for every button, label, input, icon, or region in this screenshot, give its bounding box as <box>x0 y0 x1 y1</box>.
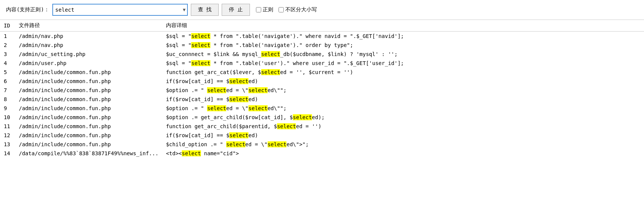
search-label: 内容(支持正则)： <box>6 6 49 13</box>
highlight-match: select <box>248 87 268 93</box>
highlight-match: select <box>229 96 248 102</box>
results-table: ID 文件路径 内容详细 1/admin/nav.php$sql = "sele… <box>0 20 644 158</box>
cell-path: /admin/include/common.fun.php <box>15 77 162 86</box>
cell-path: /admin/include/common.fun.php <box>15 140 162 149</box>
highlight-match: select <box>229 78 248 84</box>
cell-id: 12 <box>0 131 15 140</box>
cell-id: 5 <box>0 68 15 77</box>
options-group: 正则 不区分大小写 <box>256 6 317 13</box>
cell-content: if($row[cat_id] == $selected) <box>162 131 644 140</box>
table-header-row: ID 文件路径 内容详细 <box>0 20 644 32</box>
search-input[interactable] <box>52 4 188 16</box>
case-checkbox[interactable] <box>279 7 284 12</box>
cell-id: 7 <box>0 86 15 95</box>
cell-id: 3 <box>0 50 15 59</box>
table-row: 9/admin/include/common.fun.php$option .=… <box>0 104 644 113</box>
cell-id: 1 <box>0 32 15 41</box>
highlight-match: select <box>248 105 268 111</box>
cell-id: 14 <box>0 149 15 158</box>
highlight-match: select <box>229 132 248 138</box>
table-row: 11/admin/include/common.fun.phpfunction … <box>0 122 644 131</box>
col-header-content: 内容详细 <box>162 20 644 32</box>
cell-content: $option .= " selected = \"selected\""; <box>162 104 644 113</box>
cell-path: /admin/include/common.fun.php <box>15 113 162 122</box>
cell-id: 2 <box>0 41 15 50</box>
cell-path: /admin/include/common.fun.php <box>15 122 162 131</box>
highlight-match: select <box>226 141 245 147</box>
cell-content: <td><select name="cid"> <box>162 149 644 158</box>
cell-id: 9 <box>0 104 15 113</box>
cell-path: /admin/include/common.fun.php <box>15 104 162 113</box>
cell-content: $uc_connnect = $link && mysql_select_db(… <box>162 50 644 59</box>
cell-id: 13 <box>0 140 15 149</box>
highlight-match: select <box>182 150 201 156</box>
table-row: 7/admin/include/common.fun.php$option .=… <box>0 86 644 95</box>
table-row: 10/admin/include/common.fun.php$option .… <box>0 113 644 122</box>
cell-path: /admin/user.php <box>15 59 162 68</box>
table-row: 6/admin/include/common.fun.phpif($row[ca… <box>0 77 644 86</box>
case-checkbox-item[interactable]: 不区分大小写 <box>279 6 317 13</box>
cell-path: /admin/nav.php <box>15 32 162 41</box>
table-row: 14/data/compile/%%83`838`83871F49%%news_… <box>0 149 644 158</box>
highlight-match: select <box>261 51 280 57</box>
dropdown-arrow-icon[interactable]: ▼ <box>183 7 186 12</box>
cell-path: /data/compile/%%83`838`83871F49%%news_in… <box>15 149 162 158</box>
cell-id: 4 <box>0 59 15 68</box>
regex-label: 正则 <box>263 6 273 13</box>
cell-content: if($row[cat_id] == $selected) <box>162 95 644 104</box>
table-row: 1/admin/nav.php$sql = "select * from ".t… <box>0 32 644 41</box>
table-row: 3/admin/uc_setting.php$uc_connnect = $li… <box>0 50 644 59</box>
search-input-wrapper: ▼ <box>52 4 188 16</box>
table-row: 2/admin/nav.php$sql = "select * from ".t… <box>0 41 644 50</box>
highlight-match: select <box>191 60 210 66</box>
cell-content: $option .= get_arc_child($row[cat_id], $… <box>162 113 644 122</box>
toolbar: 内容(支持正则)： ▼ 查 找 停 止 正则 不区分大小写 <box>0 0 644 20</box>
case-label: 不区分大小写 <box>285 6 317 13</box>
table-row: 12/admin/include/common.fun.phpif($row[c… <box>0 131 644 140</box>
cell-id: 8 <box>0 95 15 104</box>
cell-path: /admin/nav.php <box>15 41 162 50</box>
highlight-match: select <box>261 69 280 75</box>
cell-content: if($row[cat_id] == $selected) <box>162 77 644 86</box>
stop-button[interactable]: 停 止 <box>222 4 250 16</box>
results-table-container: ID 文件路径 内容详细 1/admin/nav.php$sql = "sele… <box>0 20 644 212</box>
highlight-match: select <box>191 42 210 48</box>
table-row: 8/admin/include/common.fun.phpif($row[ca… <box>0 95 644 104</box>
highlight-match: select <box>191 33 210 39</box>
highlight-match: select <box>207 87 226 93</box>
regex-checkbox-item[interactable]: 正则 <box>256 6 273 13</box>
cell-id: 11 <box>0 122 15 131</box>
cell-content: $sql = "select * from ".table('navigate'… <box>162 32 644 41</box>
cell-path: /admin/uc_setting.php <box>15 50 162 59</box>
cell-id: 10 <box>0 113 15 122</box>
col-header-path: 文件路径 <box>15 20 162 32</box>
regex-checkbox[interactable] <box>256 7 261 12</box>
cell-path: /admin/include/common.fun.php <box>15 95 162 104</box>
highlight-match: select <box>268 141 287 147</box>
cell-content: $option .= " selected = \"selected\""; <box>162 86 644 95</box>
cell-path: /admin/include/common.fun.php <box>15 86 162 95</box>
table-row: 4/admin/user.php$sql = "select * from ".… <box>0 59 644 68</box>
cell-path: /admin/include/common.fun.php <box>15 68 162 77</box>
cell-content: $sql = "select * from ".table('user')." … <box>162 59 644 68</box>
find-button[interactable]: 查 找 <box>191 4 219 16</box>
col-header-id: ID <box>0 20 15 32</box>
cell-content: function get_arc_child($parentid, $selec… <box>162 122 644 131</box>
highlight-match: select <box>207 105 226 111</box>
cell-content: $child_option .= " selected = \"selected… <box>162 140 644 149</box>
cell-path: /admin/include/common.fun.php <box>15 131 162 140</box>
highlight-match: select <box>277 123 296 129</box>
cell-id: 6 <box>0 77 15 86</box>
highlight-match: select <box>293 114 312 120</box>
cell-content: function get_arc_cat($lever, $selected =… <box>162 68 644 77</box>
table-row: 5/admin/include/common.fun.phpfunction g… <box>0 68 644 77</box>
table-row: 13/admin/include/common.fun.php$child_op… <box>0 140 644 149</box>
cell-content: $sql = "select * from ".table('navigate'… <box>162 41 644 50</box>
